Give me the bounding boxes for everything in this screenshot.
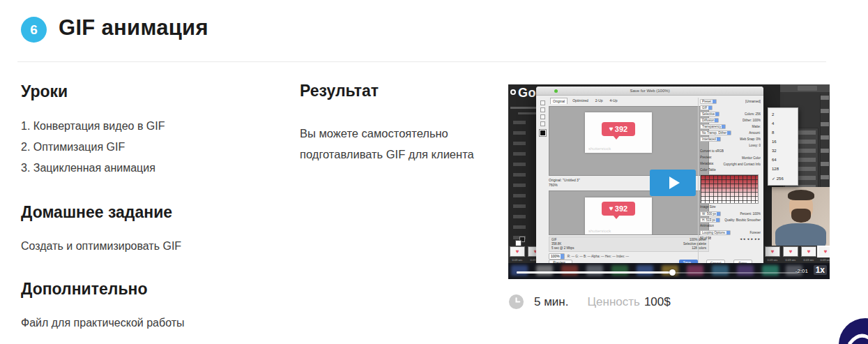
hand-tool-icon (540, 100, 545, 105)
tab-4up: 4-Up (608, 98, 620, 104)
slice-tool-icon (540, 107, 545, 112)
heart-icon: ♥ (824, 249, 828, 255)
preview-pane-original: ♥ 392 shutterstock (549, 106, 709, 176)
eyedropper-color-swatch (540, 130, 546, 136)
video-duration: 5 мин. (534, 295, 568, 309)
colors-dropdown-list: 2 4 8 16 32 64 128 256 (768, 107, 798, 186)
value-amount: 100$ (644, 295, 671, 309)
likes-badge: ♥ 392 (602, 202, 635, 216)
animation-frame: ♥ 0.03 sec (765, 246, 780, 262)
playback-speed[interactable]: 1x (814, 265, 827, 275)
extra-heading: Дополнительно (21, 280, 147, 299)
lesson-item: 2. Оптимизация GIF (21, 137, 165, 158)
zoom-tool-icon (540, 114, 545, 119)
play-icon (669, 177, 680, 189)
heart-icon: ♥ (789, 249, 793, 255)
animation-frame: ♥ 0.03 sec (510, 246, 525, 262)
likes-badge: ♥ 392 (602, 122, 635, 136)
progress-knob[interactable] (669, 269, 676, 276)
macos-green-dot (554, 89, 558, 93)
zoom-level-select: 100% (549, 253, 565, 260)
play-button[interactable] (650, 170, 696, 196)
animation-frame: ♥ 0.03 sec (783, 246, 798, 262)
dialog-toolstrip (538, 100, 547, 136)
result-heading: Результат (300, 82, 379, 100)
color-readouts: R: — G: — B: — Alpha: — Hex: — Index: — (568, 255, 629, 258)
video-meta-row: 5 мин. Ценность 100$ (508, 294, 671, 310)
color-table-grid (700, 174, 759, 204)
value-label: Ценность (587, 295, 639, 309)
progress-fill (517, 271, 673, 274)
lesson-list: 1. Конвертация видео в GIF 2. Оптимизаци… (21, 116, 165, 179)
photoshop-toolbar (513, 121, 526, 239)
module-title: GIF анимация (59, 15, 208, 40)
heart-icon: ♥ (609, 126, 614, 133)
heart-icon: ♥ (771, 249, 775, 255)
workspace-button (798, 86, 817, 91)
chat-widget-logo-icon (839, 318, 868, 344)
preview-pane-optimized: ♥ 392 shutterstock (549, 190, 709, 235)
watermark-text: shutterstock (588, 229, 611, 233)
chat-widget-button[interactable] (839, 318, 868, 344)
lesson-item: 3. Зацикленная анимация (21, 158, 165, 179)
workspace-bar (780, 84, 830, 92)
color-table-label: Color Table (700, 168, 716, 173)
presenter-shoulders (775, 223, 826, 246)
homework-heading: Домашнее задание (21, 203, 172, 222)
header-divider (17, 61, 826, 62)
animation-frame: ♥ 0.03 sec (801, 246, 816, 262)
readout-row: 100% R: — G: — B: — Alpha: — Hex: — Inde… (549, 253, 709, 260)
selected-colors-option: 256 (772, 176, 794, 181)
eyedropper-tool-icon (540, 121, 545, 126)
tab-original: Original (550, 98, 568, 104)
heart-icon: ♥ (516, 249, 519, 255)
result-text: Вы можете самостоятельно подготавливать … (300, 123, 480, 165)
presenter-beard (791, 209, 811, 223)
ps-menu-texture (518, 112, 538, 114)
original-info: Original: "Untitled 3" 760% (549, 178, 580, 188)
webcam-presenter (772, 187, 830, 246)
lesson-item: 1. Конвертация видео в GIF (21, 116, 165, 137)
presenter-hair (788, 190, 814, 200)
tab-2up: 2-Up (593, 98, 605, 104)
google-logo-icon (510, 89, 516, 95)
dialog-title: Save for Web (100%) (536, 87, 763, 96)
time-remaining: -2:01 (795, 268, 808, 274)
extra-text: Файл для практической работы (21, 317, 185, 329)
lesson-video-thumbnail[interactable]: Goog ♥ 0.03 sec ♥ 0.03 sec ♥ 0.03 sec ♥ … (508, 84, 830, 279)
gif-preview-card: ♥ 392 shutterstock (585, 197, 652, 235)
optimize-info-bar: GIF 358.8K 5 sec @ 2 Mbps 100% dither Se… (549, 237, 709, 252)
heart-icon: ♥ (807, 249, 811, 255)
watermark-text: shutterstock (588, 147, 611, 151)
module-number-badge: 6 (21, 17, 47, 43)
dialog-tabs: Original Optimized 2-Up 4-Up (550, 98, 619, 104)
animation-frame-selected: ♥ 0.03 sec (818, 246, 830, 262)
video-player-bar[interactable]: -2:01 1x (508, 263, 830, 279)
lessons-heading: Уроки (21, 82, 68, 101)
tab-optimized: Optimized (570, 98, 591, 104)
heart-icon: ♥ (609, 205, 614, 212)
clock-icon (508, 294, 524, 310)
course-module-section: 6 GIF анимация Уроки 1. Конвертация виде… (0, 0, 868, 344)
dialog-titlebar: Save for Web (100%) (536, 87, 763, 96)
gif-settings-panel: Preset:[Unnamed] GIF SelectiveColors: 25… (698, 98, 762, 265)
homework-text: Создать и оптимизировать GIF (21, 240, 181, 253)
gif-preview-card: ♥ 392 shutterstock (585, 112, 652, 153)
